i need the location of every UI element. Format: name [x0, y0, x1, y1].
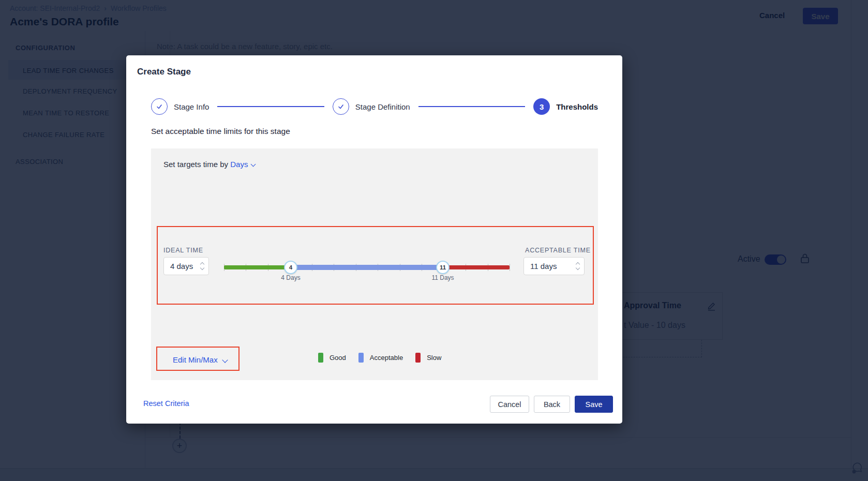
acceptable-time-stepper[interactable]: [576, 263, 584, 269]
legend-label: Slow: [427, 354, 441, 362]
step-number-badge: 3: [533, 98, 550, 115]
screen: Account: SEI-Internal-Prod2›Workflow Pro…: [0, 0, 868, 481]
stepper-down-icon[interactable]: [200, 266, 204, 270]
set-targets-row: Set targets time by Days: [163, 160, 255, 169]
acceptable-time-value[interactable]: [524, 262, 576, 270]
step-label: Stage Definition: [355, 102, 410, 111]
slider-segment-slow: [443, 265, 510, 269]
legend-swatch-slow: [415, 353, 421, 363]
legend-swatch-acceptable: [358, 353, 364, 363]
modal-save-button[interactable]: Save: [575, 396, 613, 413]
ideal-time-value[interactable]: [164, 262, 201, 270]
step-label: Stage Info: [174, 102, 209, 111]
acceptable-time-input[interactable]: [523, 257, 585, 275]
modal-title: Create Stage: [137, 67, 191, 77]
slider-segment-good: [224, 265, 291, 269]
modal-back-button[interactable]: Back: [534, 396, 570, 413]
stepper-connector: [217, 106, 324, 107]
create-stage-modal: Create Stage Stage Info Stage Definition…: [126, 55, 622, 424]
slider-handle-min[interactable]: 4: [284, 261, 297, 274]
stepper-down-icon[interactable]: [576, 266, 580, 270]
stepper: Stage Info Stage Definition 3 Thresholds: [151, 98, 598, 115]
step-thresholds[interactable]: 3 Thresholds: [533, 98, 598, 115]
stepper-connector: [418, 106, 525, 107]
reset-criteria-link[interactable]: Reset Criteria: [143, 399, 189, 408]
slider-segment-acceptable: [291, 265, 443, 270]
set-targets-label: Set targets time by: [163, 160, 228, 169]
slider-min-caption: 4 Days: [270, 274, 311, 281]
slider-max-caption: 11 Days: [422, 274, 463, 281]
legend-label: Acceptable: [370, 354, 403, 362]
slider-handle-max[interactable]: 11: [436, 261, 450, 274]
thresholds-panel: Set targets time by Days IDEAL TIME ACCE…: [151, 148, 598, 380]
step-label: Thresholds: [556, 102, 598, 111]
legend-swatch-good: [318, 353, 323, 363]
thresholds-heading: Set acceptable time limits for this stag…: [151, 127, 290, 136]
legend-item-good: Good: [318, 353, 346, 363]
annotation-box-edit-minmax: Edit Min/Max: [156, 347, 240, 371]
edit-minmax-dropdown[interactable]: Edit Min/Max: [173, 348, 227, 372]
slider-legend: Good Acceptable Slow: [318, 353, 441, 363]
legend-item-slow: Slow: [415, 353, 441, 363]
ideal-time-input[interactable]: [163, 257, 209, 275]
step-stage-info[interactable]: Stage Info: [151, 98, 209, 115]
ideal-time-label: IDEAL TIME: [163, 247, 203, 254]
chevron-down-icon: [251, 162, 256, 167]
step-complete-check-icon: [151, 98, 168, 115]
modal-footer-buttons: Cancel Back Save: [490, 396, 613, 413]
legend-label: Good: [330, 354, 346, 362]
legend-item-acceptable: Acceptable: [358, 353, 403, 363]
acceptable-time-label: ACCEPTABLE TIME: [525, 247, 591, 254]
chevron-down-icon: [222, 357, 228, 363]
ideal-time-stepper[interactable]: [201, 263, 208, 269]
step-stage-definition[interactable]: Stage Definition: [333, 98, 410, 115]
step-complete-check-icon: [333, 98, 349, 115]
modal-cancel-button[interactable]: Cancel: [490, 396, 529, 413]
time-unit-dropdown[interactable]: Days: [230, 160, 255, 169]
